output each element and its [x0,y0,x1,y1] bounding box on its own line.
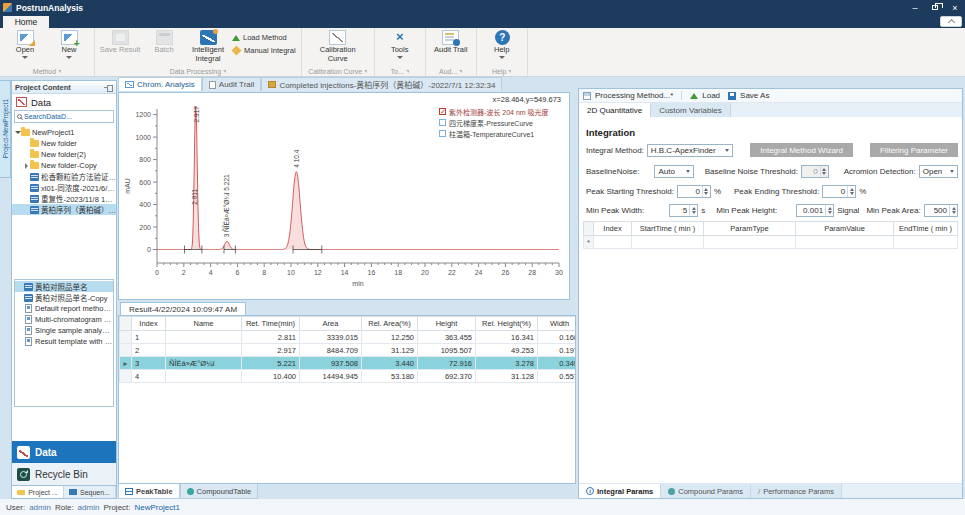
svg-text:600: 600 [139,179,151,186]
minimize-button[interactable]: – [905,0,925,15]
filtering-parameter-button[interactable]: Filtering Parameter [870,143,958,157]
column-header[interactable]: EndTime ( min ) [894,222,958,236]
list-item[interactable]: 黄柏对照品单名-Copy [15,292,113,303]
table-row[interactable]: 12.8113339.01512.250363.45516.3410.160 [120,331,577,344]
save-as-button[interactable]: Save As [740,91,769,100]
column-header[interactable]: ParamType [704,222,796,236]
column-header[interactable]: Index [132,317,166,331]
processing-method-label[interactable]: Processing Method...* [595,91,673,100]
restore-button[interactable] [925,0,945,15]
column-header[interactable]: ParamValue [796,222,894,236]
tab-integral-params[interactable]: i Integral Params [579,484,661,498]
ribbon-collapse-button[interactable] [940,16,962,27]
column-header[interactable]: Name [166,317,242,331]
tree-item[interactable]: NewProject1 [12,127,116,138]
column-header[interactable]: Rel. Height(%) [476,317,538,331]
tab-compoundtable[interactable]: CompoundTable [180,484,259,499]
peak-starting-threshold-spinner[interactable]: 0 [677,185,711,198]
column-header[interactable]: StartTime ( min ) [632,222,704,236]
sidebar-item-recycle-bin[interactable]: Recycle Bin [12,463,116,485]
table-row[interactable]: ▸3ÑÎËá»Æ°Ø¼î5.221937.5083.44072.9163.278… [120,357,577,370]
tree-item[interactable]: xl01-同浓度-2021/6/1... [12,182,116,193]
table-row[interactable]: * [584,236,958,249]
column-header[interactable]: Area [300,317,362,331]
integral-method-select[interactable]: H.B.C-ApexFinder [647,144,733,157]
tab-compound-params[interactable]: Compound Params [661,484,751,498]
column-header[interactable]: Index [594,222,632,236]
load-method-button[interactable]: Load Method [232,33,296,42]
tab-home[interactable]: Home [3,16,49,28]
tab-audit-trail[interactable]: Audit Trail [202,77,262,91]
intelligent-integral-button[interactable]: Intelligent Integral [186,29,230,63]
tree-item[interactable]: 重复性-2023/11/8 13:... [12,193,116,204]
min-peak-area-spinner[interactable]: 500 [924,204,958,217]
tab-custom-variables[interactable]: Custom Variables [651,103,731,117]
close-button[interactable]: × [945,0,965,15]
search-box[interactable]: SearchDataD... [14,110,114,123]
tab-sequence[interactable]: Sequen... [64,486,116,498]
legend-checkbox[interactable] [439,119,446,126]
save-result-button[interactable]: Save Result [98,29,142,55]
tree-item[interactable]: 松香颗粒验方法验证-2... [12,171,116,182]
column-header[interactable]: Ret. Time(min) [242,317,300,331]
legend-checkbox[interactable] [439,130,446,137]
list-item[interactable]: 黄柏对照品单名 [15,281,113,292]
table-row[interactable]: 410.40014494.94553.180692.37031.1280.557 [120,370,577,383]
spinner-arrows[interactable] [702,186,710,197]
min-peak-height-unit: Signal [837,206,859,215]
open-button[interactable]: Open [3,29,47,59]
table-row[interactable]: 22.9178484.70931.1291095.50749.2530.197 [120,344,577,357]
spinner-arrows[interactable] [847,186,855,197]
min-peak-width-spinner[interactable]: 5 [669,204,698,217]
collapse-icon[interactable] [14,131,21,134]
tree-item-label: 黄柏对照品单名-Copy [35,292,108,303]
project-vertical-tab[interactable]: Project-NewProject1 [0,80,11,178]
tab-project[interactable]: Project ... [12,486,64,498]
integral-method-wizard-button[interactable]: Integral Method Wizard [750,143,853,157]
expand-icon[interactable] [23,163,30,169]
list-item[interactable]: Default report method te... [15,303,113,314]
baseline-noise-select[interactable]: Auto [654,165,693,178]
acromion-detection-select[interactable]: Open [919,165,958,178]
tab-completed-injections[interactable]: Completed injections-黄柏序列（黄柏碱）-2022/7/1 … [261,77,502,91]
help-button[interactable]: ? Help [480,29,524,59]
list-item[interactable]: Single sample analysis res... [15,325,113,336]
search-link[interactable]: SearchDataD... [24,113,72,120]
legend-checkbox[interactable]: ✓ [439,108,446,115]
tab-peaktable[interactable]: PeakTable [118,484,180,499]
tab-chrom-analysis[interactable]: Chrom. Analysis [118,77,202,91]
min-peak-height-spinner[interactable]: 0.001 [796,204,834,217]
audit-trail-button[interactable]: Audit Trail [429,29,473,55]
spinner-arrows[interactable] [689,205,697,216]
tree-item[interactable]: New folder [12,138,116,149]
batch-button[interactable]: Batch [142,29,186,55]
sidebar-item-data[interactable]: Data [12,441,116,463]
list-item[interactable]: Result template with stand... [15,336,113,347]
tab-2d-quantitative[interactable]: 2D Quantitative [579,103,651,117]
column-header[interactable]: Height [418,317,476,331]
result-tab[interactable]: Result-4/22/2024 10:09:47 AM [120,302,246,315]
column-header[interactable]: Width [538,317,577,331]
load-button[interactable]: Load [702,91,720,100]
tree-item[interactable]: New folder(2) [12,149,116,160]
chromatogram-panel[interactable]: 0200400600800100012000246810121416182022… [118,92,570,300]
column-header[interactable]: Rel. Area(%) [362,317,418,331]
tools-button[interactable]: × Tools [378,29,422,59]
baseline-noise-threshold-spinner[interactable]: 0 [801,165,829,178]
table-cell: 937.508 [300,357,362,370]
calibration-curve-button[interactable]: Calibration Curve [316,29,360,63]
group-label-help: Help [477,68,527,75]
spinner-arrows[interactable] [820,166,828,177]
audit-trail-icon [442,30,459,45]
spinner-arrows[interactable] [825,205,833,216]
pin-icon[interactable] [104,84,113,91]
list-item[interactable]: Multi-chromatogram com... [15,314,113,325]
tree-item[interactable]: 黄柏序列（黄柏碱）-2... [12,204,116,215]
peak-ending-threshold-spinner[interactable]: 0 [822,185,856,198]
tree-item-label: 松香颗粒验方法验证-2... [41,171,116,182]
new-button[interactable]: New [47,29,91,59]
tab-performance-params[interactable]: / Performance Params [751,484,842,498]
manual-integral-button[interactable]: Manual Integral [232,46,296,55]
tree-item[interactable]: New folder-Copy [12,160,116,171]
spinner-arrows[interactable] [949,205,957,216]
